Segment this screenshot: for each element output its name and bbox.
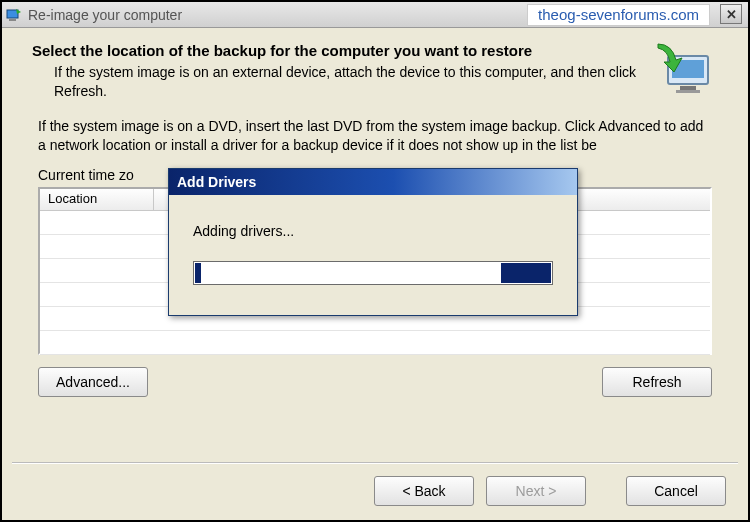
svg-rect-4 [680,86,696,90]
instruction-text: If the system image is on a DVD, insert … [2,111,748,159]
header-text-block: Select the location of the backup for th… [32,42,646,101]
page-heading: Select the location of the backup for th… [32,42,646,59]
add-drivers-dialog: Add Drivers Adding drivers... [168,168,578,316]
progress-segment [501,263,551,283]
wizard-nav-buttons: < Back Next > Cancel [374,476,726,506]
back-button[interactable]: < Back [374,476,474,506]
window-title: Re-image your computer [28,7,182,23]
restore-monitor-icon [654,42,718,98]
close-icon: ✕ [726,7,737,22]
middle-button-row: Advanced... Refresh [2,355,748,397]
dialog-title: Add Drivers [177,174,256,190]
window-body: Select the location of the backup for th… [2,28,748,520]
page-subheading: If the system image is on an external de… [32,63,646,101]
svg-rect-0 [7,10,18,18]
svg-rect-5 [676,90,700,93]
advanced-button[interactable]: Advanced... [38,367,148,397]
separator [12,462,738,464]
dialog-title-bar[interactable]: Add Drivers [169,169,577,195]
svg-rect-1 [9,19,16,21]
column-header-location[interactable]: Location [40,189,154,210]
progress-bar [193,261,553,285]
next-button: Next > [486,476,586,506]
dialog-body: Adding drivers... [169,195,577,315]
close-button[interactable]: ✕ [720,4,742,24]
app-icon [6,7,22,23]
refresh-button[interactable]: Refresh [602,367,712,397]
dialog-status-text: Adding drivers... [193,223,553,239]
table-row[interactable] [40,331,710,355]
title-bar: Re-image your computer theog-sevenforums… [2,2,748,28]
progress-segment [195,263,201,283]
cancel-button[interactable]: Cancel [626,476,726,506]
watermark-link[interactable]: theog-sevenforums.com [527,4,710,26]
wizard-header: Select the location of the backup for th… [2,28,748,111]
